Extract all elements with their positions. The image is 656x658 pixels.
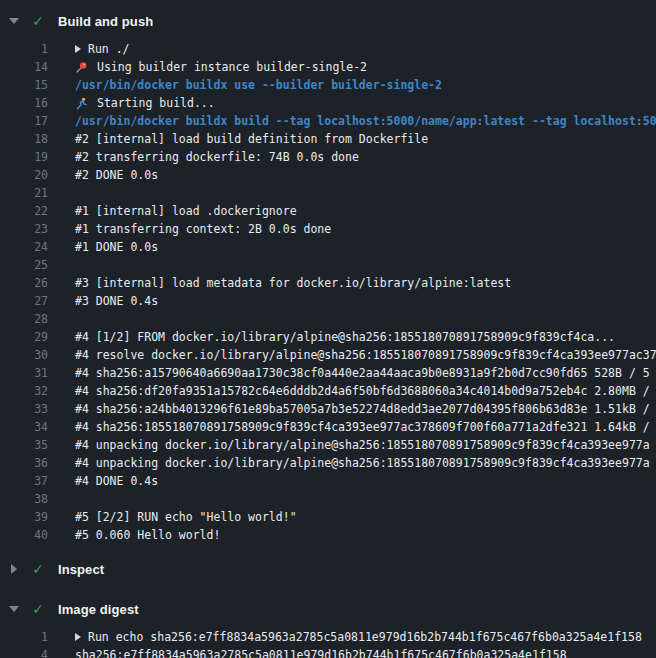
line-number[interactable]: 34 [0,420,48,434]
line-number[interactable]: 28 [0,312,48,326]
line-number[interactable]: 15 [0,78,48,92]
log-lines-build-and-push: 1Run ./14Using builder instance builder-… [0,40,656,544]
log-text: #2 [internal] load build definition from… [75,132,428,146]
log-line: 1Run ./ [0,40,656,58]
line-number[interactable]: 20 [0,168,48,182]
log-line: 24#1 DONE 0.0s [0,238,656,256]
line-number[interactable]: 39 [0,510,48,524]
log-text: #1 DONE 0.0s [75,240,158,254]
section-build-and-push: ✓Build and push1Run ./14Using builder in… [0,8,656,544]
line-number[interactable]: 40 [0,528,48,542]
log-text: Run ./ [88,42,130,56]
section-header-inspect[interactable]: ✓Inspect [0,556,656,582]
log-group-toggle[interactable]: Run ./ [75,42,130,56]
log-text: #4 resolve docker.io/library/alpine@sha2… [75,348,656,362]
log-text: #5 [2/2] RUN echo "Hello world!" [75,510,297,524]
section-header-image-digest[interactable]: ✓Image digest [0,596,656,622]
check-icon: ✓ [30,601,46,617]
line-number[interactable]: 18 [0,132,48,146]
log-text: #4 unpacking docker.io/library/alpine@sh… [75,456,650,470]
chevron-right-icon [75,45,81,53]
check-icon: ✓ [30,13,46,29]
log-line: 17/usr/bin/docker buildx build --tag loc… [0,112,656,130]
log-line: 38 [0,490,656,508]
log-line: 4sha256:e7ff8834a5963a2785c5a0811e979d16… [0,646,656,658]
line-number[interactable]: 21 [0,186,48,200]
log-line: 37#4 DONE 0.4s [0,472,656,490]
section-title: Inspect [58,562,104,577]
section-image-digest: ✓Image digest1Run echo sha256:e7ff8834a5… [0,596,656,658]
log-line: 18#2 [internal] load build definition fr… [0,130,656,148]
log-line: 28 [0,310,656,328]
log-text: Starting build... [97,96,215,110]
log-text: #3 DONE 0.4s [75,294,158,308]
line-number[interactable]: 23 [0,222,48,236]
log-text: #2 DONE 0.0s [75,168,158,182]
line-number[interactable]: 19 [0,150,48,164]
log-line: 21 [0,184,656,202]
line-number[interactable]: 32 [0,384,48,398]
log-line: 25 [0,256,656,274]
log-text: Using builder instance builder-single-2 [97,60,367,74]
log-group-toggle[interactable]: Run echo sha256:e7ff8834a5963a2785c5a081… [75,630,642,644]
log-line: 1Run echo sha256:e7ff8834a5963a2785c5a08… [0,628,656,646]
line-number[interactable]: 30 [0,348,48,362]
section-title: Image digest [58,602,139,617]
line-number[interactable]: 1 [0,42,48,56]
log-text: #2 transferring dockerfile: 74B 0.0s don… [75,150,359,164]
log-text: #3 [internal] load metadata for docker.i… [75,276,511,290]
log-text: #4 sha256:185518070891758909c9f839cf4ca3… [75,420,650,434]
log-line: 31#4 sha256:a15790640a6690aa1730c38cf0a4… [0,364,656,382]
log-text: #5 0.060 Hello world! [75,528,220,542]
line-number[interactable]: 1 [0,630,48,644]
line-number[interactable]: 25 [0,258,48,272]
line-number[interactable]: 26 [0,276,48,290]
section-title: Build and push [58,14,153,29]
log-text: #1 [internal] load .dockerignore [75,204,297,218]
line-number[interactable]: 33 [0,402,48,416]
line-number[interactable]: 16 [0,96,48,110]
log-line: 22#1 [internal] load .dockerignore [0,202,656,220]
line-number[interactable]: 35 [0,438,48,452]
log-text: #4 unpacking docker.io/library/alpine@sh… [75,438,650,452]
line-number[interactable]: 17 [0,114,48,128]
log-line: 27#3 DONE 0.4s [0,292,656,310]
section-header-build-and-push[interactable]: ✓Build and push [0,8,656,34]
line-number[interactable]: 38 [0,492,48,506]
triangle-right-icon [8,564,20,574]
log-line: 19#2 transferring dockerfile: 74B 0.0s d… [0,148,656,166]
actions-log-viewer: ✓Build and push1Run ./14Using builder in… [0,8,656,658]
log-line: 34#4 sha256:185518070891758909c9f839cf4c… [0,418,656,436]
log-line: 30#4 resolve docker.io/library/alpine@sh… [0,346,656,364]
log-line: 20#2 DONE 0.0s [0,166,656,184]
line-number[interactable]: 24 [0,240,48,254]
line-number[interactable]: 14 [0,60,48,74]
log-text: sha256:e7ff8834a5963a2785c5a0811e979d16b… [75,648,567,658]
log-line: 15/usr/bin/docker buildx use --builder b… [0,76,656,94]
line-number[interactable]: 31 [0,366,48,380]
line-number[interactable]: 22 [0,204,48,218]
line-number[interactable]: 27 [0,294,48,308]
log-text: #4 [1/2] FROM docker.io/library/alpine@s… [75,330,615,344]
log-line: 32#4 sha256:df20fa9351a15782c64e6dddb2d4… [0,382,656,400]
log-line: 16Starting build... [0,94,656,112]
log-text: #4 sha256:df20fa9351a15782c64e6dddb2d4a6… [75,384,650,398]
log-text: /usr/bin/docker buildx use --builder bui… [75,78,442,92]
line-number[interactable]: 29 [0,330,48,344]
runner-icon [75,97,88,110]
log-text: Run echo sha256:e7ff8834a5963a2785c5a081… [88,630,642,644]
log-line: 26#3 [internal] load metadata for docker… [0,274,656,292]
log-line: 36#4 unpacking docker.io/library/alpine@… [0,454,656,472]
line-number[interactable]: 36 [0,456,48,470]
line-number[interactable]: 37 [0,474,48,488]
log-line: 14Using builder instance builder-single-… [0,58,656,76]
log-text: #4 DONE 0.4s [75,474,158,488]
line-number[interactable]: 4 [0,648,48,658]
check-icon: ✓ [30,561,46,577]
log-line: 33#4 sha256:a24bb4013296f61e89ba57005a7b… [0,400,656,418]
log-text: #1 transferring context: 2B 0.0s done [75,222,331,236]
triangle-down-icon [8,18,20,24]
log-line: 29#4 [1/2] FROM docker.io/library/alpine… [0,328,656,346]
log-lines-image-digest: 1Run echo sha256:e7ff8834a5963a2785c5a08… [0,628,656,658]
log-text: #4 sha256:a15790640a6690aa1730c38cf0a440… [75,366,650,380]
